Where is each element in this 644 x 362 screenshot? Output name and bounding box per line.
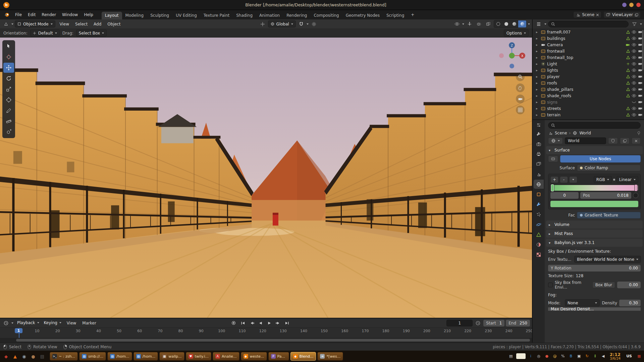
keyboard-layout-indicator[interactable]: US	[626, 354, 632, 358]
drag-dropdown[interactable]: Select Box	[76, 29, 107, 37]
outliner-item-name[interactable]: streets	[547, 106, 561, 111]
outliner-item-name[interactable]: frontwall_top	[547, 55, 573, 60]
ramp-stop-end[interactable]	[634, 184, 637, 191]
window-shade-button[interactable]	[622, 3, 627, 7]
gizmo-minus-z[interactable]	[509, 64, 514, 68]
outliner-item-name[interactable]: frameR.007	[547, 30, 571, 35]
disable-in-renders-icon[interactable]	[638, 113, 643, 117]
filter-funnel-icon[interactable]	[630, 20, 638, 27]
taskbar-window-button[interactable]: ▨/hom...	[107, 352, 132, 361]
use-preview-range-icon[interactable]	[474, 319, 482, 326]
outliner-scrollbar[interactable]	[642, 30, 644, 70]
browse-world-button[interactable]	[548, 137, 563, 144]
proportional-edit-icon[interactable]	[310, 20, 318, 27]
workspace-tab-rendering[interactable]: Rendering	[283, 12, 310, 19]
workspace-tab-layout[interactable]: Layout	[102, 12, 122, 19]
workspace-tab-scripting[interactable]: Scripting	[383, 12, 408, 19]
workspace-tab-sculpting[interactable]: Sculpting	[147, 12, 172, 19]
outliner-item-name[interactable]: Camera	[547, 43, 563, 47]
timeline-menu-marker[interactable]: Marker	[79, 319, 99, 327]
surface-panel-header[interactable]: ▾Surface	[546, 146, 643, 154]
launcher-media-player-icon[interactable]: ▲	[11, 352, 19, 360]
ramp-index-field[interactable]: 0	[550, 192, 579, 199]
disable-in-renders-icon[interactable]	[638, 75, 643, 78]
tool-cursor[interactable]	[3, 52, 14, 62]
hide-in-viewport-icon[interactable]	[632, 87, 636, 91]
properties-tab-world[interactable]	[534, 180, 544, 189]
expand-caret-icon[interactable]: ▸	[536, 49, 539, 53]
disable-in-renders-icon[interactable]	[638, 107, 643, 110]
window-minimize-button[interactable]	[629, 3, 634, 7]
current-frame-field[interactable]: 1	[446, 320, 473, 326]
menu-window[interactable]: Window	[59, 11, 81, 18]
expand-caret-icon[interactable]: ▸	[536, 62, 539, 66]
hide-in-viewport-icon[interactable]	[632, 94, 636, 98]
ramp-color-mode-dropdown[interactable]: RGB	[594, 176, 612, 183]
options-dropdown[interactable]: Options	[504, 29, 529, 37]
tool-add-cube[interactable]	[3, 127, 14, 137]
hide-in-viewport-icon[interactable]	[632, 81, 636, 85]
shading-material-button[interactable]	[510, 20, 518, 27]
workspace-tab-compositing[interactable]: Compositing	[310, 12, 342, 19]
properties-tab-object-data[interactable]	[534, 230, 544, 239]
shading-wireframe-button[interactable]	[494, 20, 502, 27]
max-density-field[interactable]: Max Desired Densit...	[548, 307, 641, 311]
ramp-add-button[interactable]: +	[550, 176, 558, 183]
texture-size-value[interactable]: 128	[576, 274, 583, 278]
outliner-item-name[interactable]: terrain	[547, 113, 560, 117]
outliner-item-terrain[interactable]: ▸terrain	[533, 112, 644, 118]
taskbar-clock[interactable]: 2:12 3/6/24	[610, 352, 621, 360]
taskbar-window-button[interactable]: ▨smb://...	[79, 352, 106, 361]
taskbar-window-button[interactable]: ◆Blend...	[290, 352, 316, 361]
tray-updates-icon[interactable]: ↻	[584, 353, 590, 359]
scene-selector[interactable]: Scene	[573, 11, 601, 18]
fac-value-button[interactable]: Gradient Texture	[577, 212, 641, 219]
editor-type-button[interactable]	[2, 20, 10, 27]
hide-in-viewport-icon[interactable]	[632, 37, 636, 40]
tool-scale[interactable]	[3, 84, 14, 94]
pan-hand-icon[interactable]	[516, 83, 525, 92]
taskbar-window-button[interactable]: ▨/hom...	[133, 352, 158, 361]
ramp-remove-button[interactable]: -	[560, 176, 568, 183]
gizmo-minus-x[interactable]	[499, 53, 504, 58]
unlink-world-button[interactable]	[632, 137, 641, 144]
viewport-menu-object[interactable]: Object	[104, 20, 123, 28]
unlink-scene-icon[interactable]	[596, 13, 599, 16]
tool-rotate[interactable]	[3, 73, 14, 83]
timeline-scrollbar[interactable]	[16, 339, 530, 342]
outliner-item-streets[interactable]: ▸streets	[533, 105, 644, 112]
ramp-tools-button[interactable]	[569, 176, 577, 183]
outliner-item-name[interactable]: shade_roofs	[547, 94, 571, 98]
properties-tab-tool[interactable]	[534, 129, 544, 138]
frame-end-field[interactable]: End250	[506, 320, 530, 326]
density-field[interactable]: 0.30	[619, 300, 641, 306]
disable-in-renders-icon[interactable]	[638, 87, 643, 91]
hide-in-viewport-icon[interactable]	[632, 30, 636, 34]
expand-caret-icon[interactable]: ▸	[536, 30, 539, 34]
hide-in-viewport-icon[interactable]	[632, 43, 636, 47]
world-name-field[interactable]: World	[565, 137, 606, 144]
expand-caret-icon[interactable]: ▸	[536, 81, 539, 85]
tray-clipboard-icon[interactable]: ▤	[508, 353, 514, 359]
tray-info-icon[interactable]: i	[528, 353, 534, 359]
workspace-tab-texture-paint[interactable]: Texture Paint	[200, 12, 233, 19]
taskbar-window-button[interactable]: ♥twily.i...	[186, 352, 211, 361]
prev-keyframe-button[interactable]	[248, 319, 256, 326]
hide-in-viewport-icon[interactable]	[632, 75, 636, 78]
outliner-item-name[interactable]: lights	[547, 68, 558, 73]
new-world-button[interactable]	[620, 137, 630, 144]
outliner-item-name[interactable]: Light	[547, 62, 557, 66]
mode-dropdown[interactable]: Object Mode	[15, 20, 55, 27]
expand-caret-icon[interactable]: ▸	[536, 43, 539, 47]
camera-view-icon[interactable]	[516, 95, 525, 103]
properties-tab-modifiers[interactable]	[534, 200, 544, 209]
breadcrumb-world[interactable]: World	[579, 131, 591, 135]
gizmo-y[interactable]	[509, 53, 515, 59]
new-view-layer-icon[interactable]	[635, 13, 638, 17]
pin-icon[interactable]	[637, 131, 641, 135]
orientation-dropdown[interactable]: Global	[268, 20, 296, 27]
tray-volume-icon[interactable]: ◀	[600, 353, 606, 359]
expand-caret-icon[interactable]: ▸	[536, 87, 539, 91]
tool-annotate[interactable]	[3, 106, 14, 116]
timeline-ruler[interactable]: 1 10203040506070809010011012013014015016…	[0, 327, 532, 338]
